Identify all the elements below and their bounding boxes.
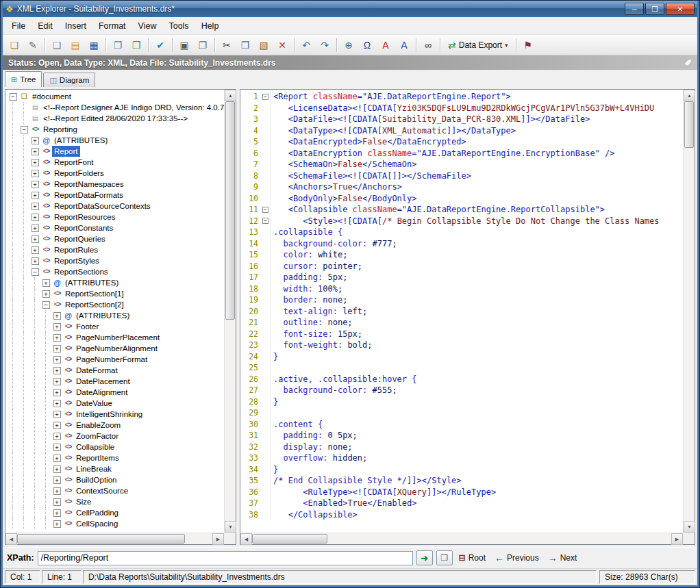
tree-node-pagenumberplacement[interactable]: +<>PageNumberPlacement — [8, 332, 224, 343]
tree-expander[interactable]: + — [51, 507, 62, 518]
previous-button[interactable]: ← Previous — [492, 551, 542, 565]
minimize-button[interactable]: ─ — [625, 3, 644, 15]
tree-expander[interactable]: + — [51, 332, 62, 343]
tree-expander[interactable]: + — [51, 420, 62, 431]
tree-expander[interactable]: + — [51, 496, 62, 507]
editor-line-text[interactable]: <DataFile><![CDATA[Suitability_Data_PCR-… — [271, 114, 590, 125]
tree-expander[interactable]: + — [40, 277, 51, 288]
editor-vscroll-track[interactable] — [684, 101, 695, 521]
editor-line-36[interactable]: 36 <RuleType><![CDATA[XQuery]]></RuleTyp… — [240, 487, 683, 498]
editor-line-16[interactable]: 16 cursor: pointer; — [240, 261, 683, 272]
editor-line-12[interactable]: 12− <Style><![CDATA[/* Begin Collapsible… — [240, 216, 683, 227]
tree-node-size[interactable]: +<>Size — [8, 496, 224, 507]
tree-node-pagenumberformat[interactable]: +<>PageNumberFormat — [8, 354, 224, 365]
editor-line-8[interactable]: 8 <SchemaFile><![CDATA[]]></SchemaFile> — [240, 170, 683, 182]
editor-line-37[interactable]: 37 <Enabled>True</Enabled> — [240, 498, 683, 509]
tree-expander[interactable]: − — [18, 124, 29, 135]
tree-node-reportstyles[interactable]: +<>ReportStyles — [8, 255, 224, 266]
editor-line-text[interactable]: .content { — [271, 419, 323, 431]
editor-line-22[interactable]: 22 font-size: 15px; — [240, 329, 683, 340]
editor-line-21[interactable]: 21 outline: none; — [240, 317, 683, 329]
close-button[interactable]: ✕ — [666, 3, 695, 15]
tree-node-collapsible[interactable]: +<>Collapsible — [8, 442, 224, 452]
tree-node-reportfont[interactable]: +<>ReportFont — [8, 157, 224, 168]
tree-node-report-designer-aje-indigo-drd-ver[interactable]: ▤<!--Report Designer AJE Indigo DRD, Ver… — [8, 102, 224, 113]
editor-line-text[interactable]: } — [271, 396, 278, 408]
tree-node-attributes[interactable]: +@(ATTRIBUTES) — [8, 310, 224, 321]
exit-flag-button[interactable]: ⚑ — [519, 37, 537, 53]
copy-button[interactable]: ❐ — [236, 37, 254, 53]
editor-line-18[interactable]: 18 width: 100%; — [240, 283, 683, 295]
redo-button[interactable]: ↷ — [316, 37, 334, 53]
undo-button[interactable]: ↶ — [297, 37, 315, 53]
tree-expander[interactable]: + — [51, 387, 62, 398]
tree-expander[interactable]: + — [51, 321, 62, 332]
print-button[interactable]: ▣ — [175, 37, 193, 53]
view-source-button[interactable]: ❐ — [109, 37, 127, 53]
scroll-left-icon[interactable]: ◀ — [240, 533, 252, 545]
maximize-button[interactable]: ❐ — [645, 3, 664, 15]
editor-line-14[interactable]: 14 background-color: #777; — [240, 238, 683, 250]
tree-expander[interactable]: + — [29, 233, 40, 244]
editor-line-3[interactable]: 3 <DataFile><![CDATA[Suitability_Data_PC… — [240, 114, 683, 125]
editor-line-text[interactable]: text-align: left; — [271, 306, 367, 318]
editor-line-text[interactable]: </Collapsible> — [271, 509, 358, 521]
tree-expander[interactable]: + — [29, 244, 40, 255]
validate-button[interactable]: ✔ — [151, 37, 169, 53]
editor-vertical-scrollbar[interactable]: ▲ ▼ — [683, 90, 695, 533]
tree-node-contextsource[interactable]: +<>ContextSource — [8, 485, 224, 496]
banner-edit-icon[interactable]: ✐ — [685, 58, 692, 68]
editor-line-text[interactable]: } — [271, 351, 278, 363]
editor-view[interactable]: 1−<Report className="AJE.DataReportEngin… — [240, 90, 683, 533]
tree-node-reportresources[interactable]: +<>ReportResources — [8, 212, 224, 222]
xpath-input[interactable] — [38, 551, 413, 565]
menu-insert[interactable]: Insert — [59, 18, 92, 34]
tab-tree[interactable]: ⊞Tree — [5, 71, 42, 87]
editor-line-24[interactable]: 24} — [240, 351, 683, 363]
editor-line-text[interactable]: background-color: #555; — [271, 385, 397, 396]
tree-expander[interactable]: + — [29, 157, 40, 168]
tree-expander[interactable]: + — [29, 255, 40, 266]
tree-expander[interactable]: + — [51, 376, 62, 387]
tree-node-footer[interactable]: +<>Footer — [8, 321, 224, 332]
menu-edit[interactable]: Edit — [32, 18, 59, 34]
tree-expander[interactable]: − — [8, 91, 18, 102]
tree-expander[interactable]: + — [51, 343, 62, 354]
tree-horizontal-scrollbar[interactable]: ◀ ▶ — [5, 533, 224, 544]
tree-expander[interactable]: + — [51, 354, 62, 365]
editor-line-text[interactable]: display: none; — [271, 442, 353, 453]
editor-hscroll-track[interactable] — [252, 533, 671, 544]
scroll-up-icon[interactable]: ▲ — [225, 90, 236, 101]
tab-diagram[interactable]: ◫Diagram — [43, 73, 95, 87]
editor-line-text[interactable]: outline: none; — [271, 317, 353, 329]
editor-line-28[interactable]: 28} — [240, 396, 683, 408]
xpath-copy-button[interactable]: ❐ — [436, 550, 453, 565]
tree-expander[interactable]: + — [29, 179, 40, 190]
editor-line-text[interactable]: <SchemaFile><![CDATA[]]></SchemaFile> — [271, 170, 471, 182]
editor-line-text[interactable]: .active, .collapsible:hover { — [271, 374, 417, 385]
menu-help[interactable]: Help — [195, 18, 225, 34]
tree-expander[interactable]: + — [29, 201, 40, 212]
tree-node-cellspacing[interactable]: +<>CellSpacing — [8, 518, 224, 529]
editor-line-25[interactable]: 25 — [240, 362, 683, 374]
editor-line-35[interactable]: 35/* End Collapsible Style */]]></Style> — [240, 475, 683, 487]
tree-node-datealignment[interactable]: +<>DateAlignment — [8, 387, 224, 398]
tree-expander[interactable]: − — [29, 266, 40, 277]
editor-line-34[interactable]: 34} — [240, 464, 683, 476]
root-button[interactable]: ⊟ Root — [456, 552, 488, 564]
data-export-button[interactable]: ⇄Data Export▾ — [443, 37, 513, 53]
editor-line-32[interactable]: 32 display: none; — [240, 442, 683, 453]
tree-node-report[interactable]: +<>Report — [8, 146, 224, 157]
cut-button[interactable]: ✂ — [218, 37, 236, 53]
tree-vscroll-track[interactable] — [225, 101, 236, 521]
menu-tools[interactable]: Tools — [162, 18, 195, 34]
editor-line-text[interactable]: <DataEncrypted>False</DataEncrypted> — [271, 136, 466, 148]
tree-node-reportqueries[interactable]: +<>ReportQueries — [8, 233, 224, 244]
scroll-down-icon[interactable]: ▼ — [684, 521, 695, 533]
fold-toggle-icon[interactable]: − — [262, 218, 268, 224]
scroll-down-icon[interactable]: ▼ — [225, 521, 236, 533]
tree-expander[interactable]: + — [51, 431, 62, 442]
delete-button[interactable]: ✕ — [273, 37, 291, 53]
tree-expander[interactable]: + — [51, 442, 62, 452]
font-color-button[interactable]: A — [377, 37, 395, 53]
